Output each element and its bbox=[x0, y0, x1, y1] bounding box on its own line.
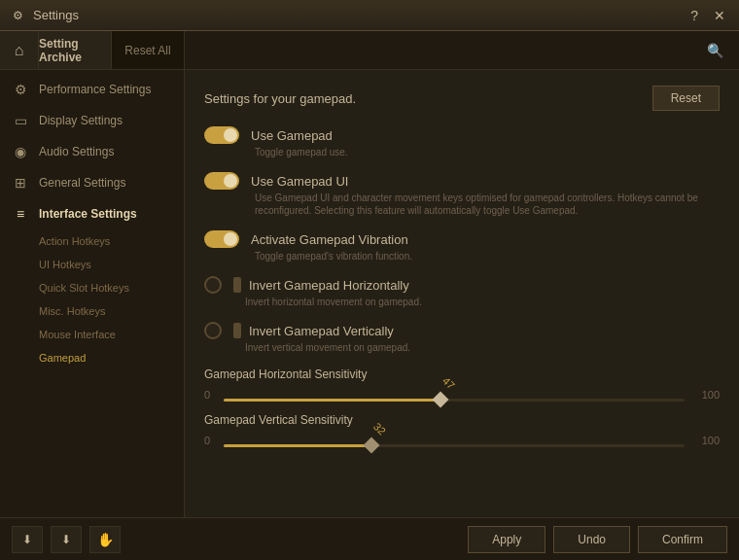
v-slider-thumb[interactable]: 32 bbox=[363, 438, 379, 454]
sidebar-subitem-action-hotkeys[interactable]: Action Hotkeys bbox=[0, 229, 184, 253]
vibration-desc: Toggle gamepad's vibration function. bbox=[204, 250, 720, 262]
audio-label: Audio Settings bbox=[39, 145, 114, 158]
help-button[interactable]: ? bbox=[686, 6, 702, 25]
use-gamepad-ui-desc: Use Gamepad UI and character movement ke… bbox=[204, 192, 720, 217]
general-label: General Settings bbox=[39, 176, 125, 190]
hand-icon: ✋ bbox=[97, 532, 114, 547]
h-slider-max: 100 bbox=[692, 389, 720, 401]
sidebar-item-interface[interactable]: ≡ Interface Settings bbox=[0, 198, 184, 229]
interface-icon: ≡ bbox=[12, 206, 29, 222]
action-hotkeys-label: Action Hotkeys bbox=[39, 235, 110, 247]
download-button-1[interactable]: ⬇ bbox=[12, 526, 43, 553]
settings-icon: ⚙ bbox=[10, 8, 25, 23]
horizontal-slider[interactable]: 47 bbox=[224, 399, 685, 402]
reset-all-tab[interactable]: Reset All bbox=[112, 31, 184, 69]
sidebar-item-performance[interactable]: ⚙ Performance Settings bbox=[0, 74, 184, 105]
search-icon: 🔍 bbox=[707, 43, 723, 58]
use-gamepad-toggle[interactable] bbox=[204, 126, 239, 144]
quick-slot-hotkeys-label: Quick Slot Hotkeys bbox=[39, 282, 129, 294]
vibration-label: Activate Gamepad Vibration bbox=[251, 232, 408, 247]
radio-indicator-v bbox=[233, 323, 241, 338]
v-slider-min: 0 bbox=[204, 435, 216, 446]
close-button[interactable]: ✕ bbox=[710, 6, 729, 25]
reset-button[interactable]: Reset bbox=[652, 86, 720, 111]
performance-icon: ⚙ bbox=[12, 82, 29, 97]
content-wrapper: 🔍 Settings for your gamepad. Reset Use G… bbox=[185, 31, 739, 517]
nav-items: ⚙ Performance Settings ▭ Display Setting… bbox=[0, 70, 184, 517]
vibration-toggle[interactable] bbox=[204, 230, 239, 248]
home-button[interactable]: ⌂ bbox=[0, 31, 39, 69]
h-slider-thumb[interactable]: 47 bbox=[432, 392, 448, 408]
setting-vibration: Activate Gamepad Vibration Toggle gamepa… bbox=[204, 230, 720, 262]
invert-vertical-radio[interactable] bbox=[204, 322, 222, 339]
bottom-left-icons: ⬇ ⬇ ✋ bbox=[12, 526, 121, 553]
sidebar-item-display[interactable]: ▭ Display Settings bbox=[0, 105, 184, 136]
v-slider-fill bbox=[224, 444, 371, 447]
sidebar-subitem-quick-slot-hotkeys[interactable]: Quick Slot Hotkeys bbox=[0, 276, 184, 299]
horizontal-sensitivity-section: Gamepad Horizontal Sensitivity 0 47 100 bbox=[204, 368, 720, 402]
sidebar-top-tabs: ⌂ Setting Archive Reset All bbox=[0, 31, 184, 70]
content-title: Settings for your gamepad. bbox=[204, 91, 356, 106]
vertical-sensitivity-section: Gamepad Vertical Sensitivity 0 32 100 bbox=[204, 413, 720, 447]
sidebar: ⌂ Setting Archive Reset All ⚙ Performanc… bbox=[0, 31, 185, 517]
invert-horizontal-label: Invert Gamepad Horizontally bbox=[249, 278, 409, 293]
use-gamepad-ui-toggle[interactable] bbox=[204, 172, 239, 190]
invert-horizontal-desc: Invert horizontal movement on gamepad. bbox=[204, 296, 720, 308]
sidebar-subitem-gamepad[interactable]: Gamepad bbox=[0, 346, 184, 369]
bottom-bar: ⬇ ⬇ ✋ Apply Undo Confirm bbox=[0, 517, 739, 560]
setting-invert-horizontal: Invert Gamepad Horizontally Invert horiz… bbox=[204, 276, 720, 308]
performance-label: Performance Settings bbox=[39, 83, 151, 96]
hand-button[interactable]: ✋ bbox=[89, 526, 121, 553]
apply-button[interactable]: Apply bbox=[468, 526, 545, 553]
general-icon: ⊞ bbox=[12, 175, 29, 191]
undo-button[interactable]: Undo bbox=[553, 526, 630, 553]
display-icon: ▭ bbox=[12, 113, 29, 128]
content-area: Settings for your gamepad. Reset Use Gam… bbox=[185, 70, 739, 517]
setting-invert-vertical: Invert Gamepad Vertically Invert vertica… bbox=[204, 322, 720, 354]
sidebar-subitem-ui-hotkeys[interactable]: UI Hotkeys bbox=[0, 253, 184, 276]
sidebar-subitem-misc-hotkeys[interactable]: Misc. Hotkeys bbox=[0, 299, 184, 323]
invert-horizontal-radio[interactable] bbox=[204, 276, 222, 294]
audio-icon: ◉ bbox=[12, 144, 29, 159]
interface-label: Interface Settings bbox=[39, 207, 137, 221]
setting-use-gamepad: Use Gamepad Toggle gamepad use. bbox=[204, 126, 720, 158]
v-slider-max: 100 bbox=[692, 435, 720, 446]
use-gamepad-desc: Toggle gamepad use. bbox=[204, 146, 720, 158]
vertical-sensitivity-title: Gamepad Vertical Sensitivity bbox=[204, 413, 720, 427]
sidebar-item-general[interactable]: ⊞ General Settings bbox=[0, 167, 184, 198]
download-icon-1: ⬇ bbox=[22, 533, 32, 546]
toggle-knob bbox=[224, 128, 237, 142]
gamepad-label: Gamepad bbox=[39, 352, 86, 364]
toggle-knob-3 bbox=[224, 232, 237, 246]
display-label: Display Settings bbox=[39, 114, 123, 127]
h-slider-fill bbox=[224, 399, 440, 402]
ui-hotkeys-label: UI Hotkeys bbox=[39, 259, 91, 270]
invert-vertical-label: Invert Gamepad Vertically bbox=[249, 324, 394, 338]
content-header: Settings for your gamepad. Reset bbox=[204, 86, 720, 111]
radio-indicator-h bbox=[233, 277, 241, 293]
search-wrap[interactable]: 🔍 bbox=[707, 43, 723, 58]
horizontal-sensitivity-title: Gamepad Horizontal Sensitivity bbox=[204, 368, 720, 381]
vertical-slider[interactable]: 32 bbox=[224, 444, 685, 447]
confirm-button[interactable]: Confirm bbox=[638, 526, 727, 553]
window-title: Settings bbox=[33, 8, 79, 22]
download-button-2[interactable]: ⬇ bbox=[51, 526, 82, 553]
setting-use-gamepad-ui: Use Gamepad UI Use Gamepad UI and charac… bbox=[204, 172, 720, 217]
invert-vertical-desc: Invert vertical movement on gamepad. bbox=[204, 341, 720, 354]
title-bar: ⚙ Settings ? ✕ bbox=[0, 0, 739, 31]
toggle-knob-2 bbox=[224, 174, 237, 188]
use-gamepad-label: Use Gamepad bbox=[251, 128, 333, 143]
mouse-interface-label: Mouse Interface bbox=[39, 329, 116, 340]
bottom-right-actions: Apply Undo Confirm bbox=[468, 526, 727, 553]
h-slider-min: 0 bbox=[204, 389, 216, 401]
misc-hotkeys-label: Misc. Hotkeys bbox=[39, 305, 105, 317]
sidebar-subitem-mouse-interface[interactable]: Mouse Interface bbox=[0, 323, 184, 346]
use-gamepad-ui-label: Use Gamepad UI bbox=[251, 174, 348, 189]
content-top-bar: 🔍 bbox=[185, 31, 739, 70]
sidebar-item-audio[interactable]: ◉ Audio Settings bbox=[0, 136, 184, 167]
setting-archive-tab[interactable]: Setting Archive bbox=[39, 31, 112, 69]
download-icon-2: ⬇ bbox=[61, 533, 71, 546]
